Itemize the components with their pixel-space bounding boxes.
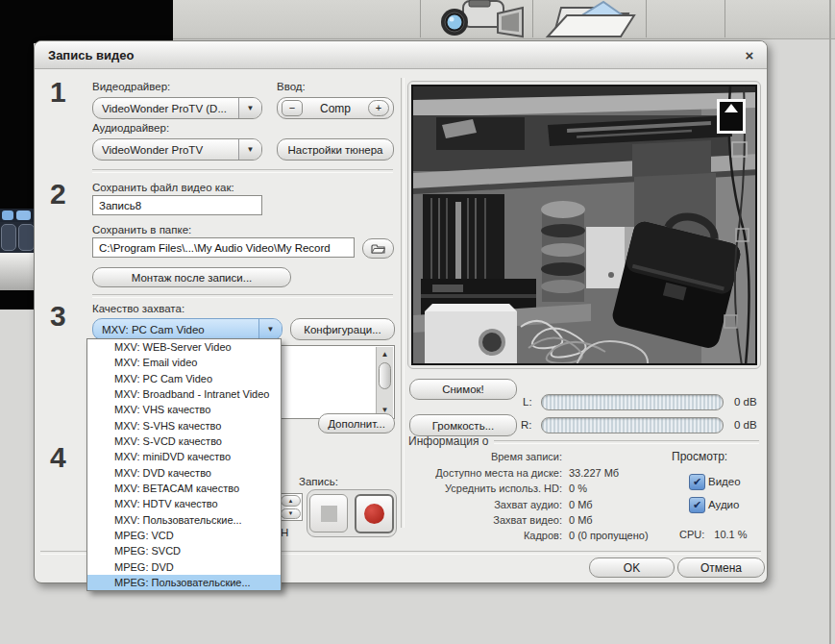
dropdown-item[interactable]: MXV: PC Cam Video bbox=[87, 371, 281, 386]
save-folder-label: Сохранить в папке: bbox=[92, 224, 191, 235]
dropdown-item[interactable]: MXV: Broadband - Intranet Video bbox=[87, 386, 281, 402]
video-driver-label: Видеодрайвер: bbox=[92, 81, 170, 92]
section-2-number: 2 bbox=[50, 180, 66, 209]
record-icon bbox=[364, 504, 384, 524]
toolbar-separator bbox=[646, 0, 647, 37]
background-player-progress bbox=[0, 209, 34, 222]
background-black-strip bbox=[0, 290, 34, 310]
minus-button[interactable]: − bbox=[282, 100, 303, 116]
folder-path-input[interactable] bbox=[92, 237, 355, 258]
dropdown-item[interactable]: MXV: VHS качество bbox=[87, 402, 281, 417]
dropdown-item[interactable]: MXV: S-VCD качество bbox=[87, 433, 281, 449]
section-4-number: 4 bbox=[50, 443, 66, 472]
background-toolbar bbox=[173, 0, 835, 39]
scrollbar-thumb[interactable] bbox=[379, 362, 391, 389]
dropdown-item-highlighted[interactable]: MPEG: Пользовательские... bbox=[87, 575, 281, 590]
stop-button[interactable] bbox=[309, 494, 348, 533]
file-name-input[interactable] bbox=[92, 195, 262, 215]
toolbar-separator bbox=[420, 0, 421, 37]
info-label: Усреднить использ. HD: bbox=[408, 483, 562, 494]
dropdown-item[interactable]: MXV: Email video bbox=[87, 355, 281, 370]
info-label: Кадров: bbox=[408, 530, 562, 541]
info-label: Время записи: bbox=[408, 451, 562, 462]
screen: Запись видео × 1 Видеодрайвер: VideoWond… bbox=[0, 0, 835, 644]
configuration-button[interactable]: Конфигураци... bbox=[290, 318, 395, 340]
background-silver-bar bbox=[0, 253, 34, 290]
info-header: Информация о bbox=[408, 434, 488, 448]
open-folder-icon[interactable] bbox=[540, 0, 642, 38]
cpu-usage: CPU: 10.1 % bbox=[679, 529, 748, 540]
scrollbar[interactable]: ▲ ▼ bbox=[376, 347, 393, 417]
audio-driver-label: Аудиодрайвер: bbox=[92, 122, 169, 134]
stop-icon bbox=[321, 506, 337, 522]
ok-button[interactable]: OK bbox=[589, 557, 675, 578]
dropdown-item[interactable]: MXV: WEB-Server Video bbox=[87, 339, 281, 355]
dropdown-item[interactable]: MPEG: VCD bbox=[87, 528, 281, 543]
video-checkbox[interactable]: ✔ bbox=[689, 474, 705, 490]
input-label: Ввод: bbox=[277, 81, 306, 92]
dropdown-item[interactable]: MXV: miniDVD качество bbox=[87, 449, 281, 464]
record-button[interactable] bbox=[355, 494, 394, 533]
dropdown-item[interactable]: MPEG: DVD bbox=[87, 558, 281, 574]
meter-right-value: 0 dB bbox=[734, 419, 757, 431]
audio-driver-combobox[interactable]: VideoWonder ProTV ▼ bbox=[92, 138, 262, 161]
cancel-button[interactable]: Отмена bbox=[677, 557, 765, 578]
save-as-label: Сохранить файл видео как: bbox=[92, 182, 234, 193]
cpu-label: CPU: bbox=[679, 529, 704, 540]
meter-right bbox=[541, 417, 724, 433]
folder-icon bbox=[371, 243, 385, 255]
tuner-settings-button[interactable]: Настройки тюнера bbox=[277, 138, 394, 161]
more-options-button[interactable]: Дополнит... bbox=[318, 413, 395, 433]
spin-down-icon[interactable]: ▼ bbox=[281, 508, 301, 520]
panel-divider bbox=[401, 78, 405, 528]
info-value: 33.227 Мб bbox=[569, 467, 619, 479]
plus-button[interactable]: + bbox=[368, 100, 389, 116]
camcorder-icon[interactable] bbox=[434, 0, 527, 38]
info-value: 0 Мб bbox=[569, 514, 593, 526]
chevron-down-icon[interactable]: ▼ bbox=[238, 139, 261, 160]
capture-quality-value: MXV: PC Cam Video bbox=[93, 319, 258, 339]
chevron-down-icon[interactable]: ▼ bbox=[238, 98, 261, 118]
audio-driver-value: VideoWonder ProTV bbox=[93, 139, 238, 160]
preview-options-label: Просмотр: bbox=[672, 450, 727, 463]
dropdown-item[interactable]: MPEG: SVCD bbox=[87, 543, 281, 558]
audio-checkbox-label: Аудио bbox=[708, 499, 739, 510]
montage-after-record-button[interactable]: Монтаж после записи... bbox=[92, 267, 291, 287]
info-label: Захват аудио: bbox=[408, 499, 562, 510]
dropdown-item[interactable]: MXV: BETACAM качество bbox=[87, 481, 281, 496]
dropdown-item[interactable]: MXV: DVD качество bbox=[87, 465, 281, 481]
meter-left-label: L: bbox=[523, 396, 532, 408]
video-driver-combobox[interactable]: VideoWonder ProTV (D... ▼ bbox=[92, 97, 262, 119]
dropdown-item[interactable]: MXV: S-VHS качество bbox=[87, 418, 281, 433]
browse-folder-button[interactable] bbox=[362, 238, 394, 259]
capture-quality-combobox[interactable]: MXV: PC Cam Video ▼ bbox=[92, 318, 282, 340]
section-1-number: 1 bbox=[50, 78, 66, 107]
info-label: Доступно места на диске: bbox=[408, 467, 562, 479]
hidden-text-fragment: Н bbox=[281, 527, 288, 538]
record-button-group bbox=[307, 489, 397, 537]
input-source-stepper[interactable]: − Comp + bbox=[277, 97, 394, 119]
capture-quality-label: Качество захвата: bbox=[92, 303, 184, 314]
info-header-line bbox=[494, 440, 759, 444]
audio-checkbox[interactable]: ✔ bbox=[689, 497, 705, 513]
spinner-control[interactable]: ▲ ▼ bbox=[279, 493, 303, 521]
info-row: Захват видео: 0 Мб bbox=[408, 514, 754, 526]
volume-button[interactable]: Громкость... bbox=[409, 414, 517, 436]
quality-dropdown-list: MXV: WEB-Server Video MXV: Email video M… bbox=[86, 338, 282, 591]
toolbar-separator bbox=[724, 0, 725, 37]
info-value: 0 (0 пропущено) bbox=[569, 530, 649, 541]
info-value: 0 % bbox=[569, 483, 587, 494]
snapshot-button[interactable]: Снимок! bbox=[409, 379, 517, 400]
close-icon[interactable]: × bbox=[740, 45, 759, 64]
meter-right-label: R: bbox=[521, 419, 532, 431]
scroll-up-icon[interactable]: ▲ bbox=[377, 347, 393, 361]
dropdown-item[interactable]: MXV: Пользовательские... bbox=[87, 511, 281, 527]
video-checkbox-label: Видео bbox=[708, 476, 741, 487]
chevron-down-icon[interactable]: ▼ bbox=[258, 319, 282, 339]
frame-capture-icon bbox=[717, 99, 746, 134]
input-source-value: Comp bbox=[307, 102, 364, 115]
meter-left bbox=[541, 394, 724, 410]
spin-up-icon[interactable]: ▲ bbox=[281, 495, 301, 507]
dropdown-item[interactable]: MXV: HDTV качество bbox=[87, 496, 281, 511]
cpu-value: 10.1 % bbox=[714, 529, 747, 540]
